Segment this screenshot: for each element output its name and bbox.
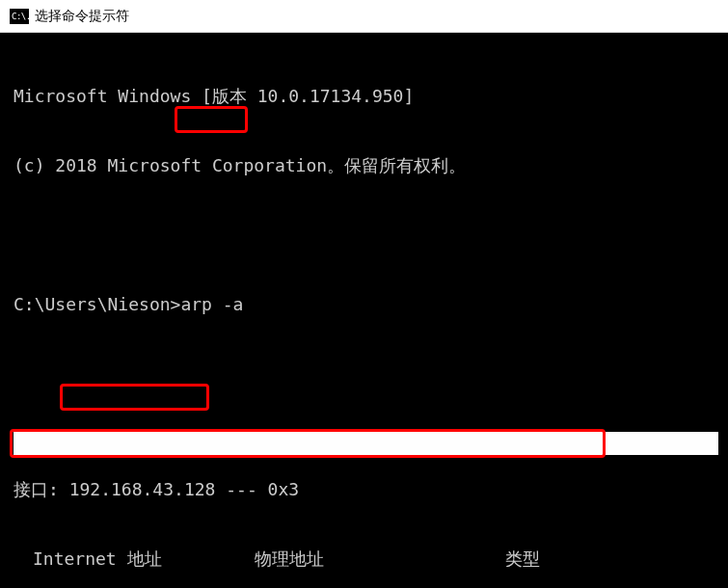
highlighted-row: 192.168.137.189dc-a6-32-10-a5-55静态 (13, 432, 718, 455)
banner-line-1: Microsoft Windows [版本 10.0.17134.950] (13, 85, 718, 108)
prompt-path: C:\Users\Nieson> (13, 294, 180, 314)
terminal-area[interactable]: Microsoft Windows [版本 10.0.17134.950] (c… (0, 33, 728, 588)
titlebar[interactable]: C:\. 选择命令提示符 (0, 0, 728, 33)
interface-header: 接口: 192.168.43.128 --- 0x3 (13, 478, 718, 501)
banner-line-2: (c) 2018 Microsoft Corporation。保留所有权利。 (13, 154, 718, 177)
prompt-line: C:\Users\Nieson>arp -a (13, 293, 718, 316)
window-title: 选择命令提示符 (35, 8, 129, 25)
column-headers: Internet 地址物理地址类型 (13, 548, 718, 571)
prompt-command: arp -a (180, 294, 243, 314)
annotation-box-interface-ip (60, 384, 209, 411)
col-ip-header: Internet 地址 (33, 548, 255, 571)
cmd-icon: C:\. (10, 9, 29, 24)
col-type-header: 类型 (505, 548, 540, 571)
blank-line (13, 224, 718, 247)
blank-line (13, 362, 718, 386)
annotation-box-command (175, 106, 248, 133)
col-mac-header: 物理地址 (255, 548, 505, 571)
